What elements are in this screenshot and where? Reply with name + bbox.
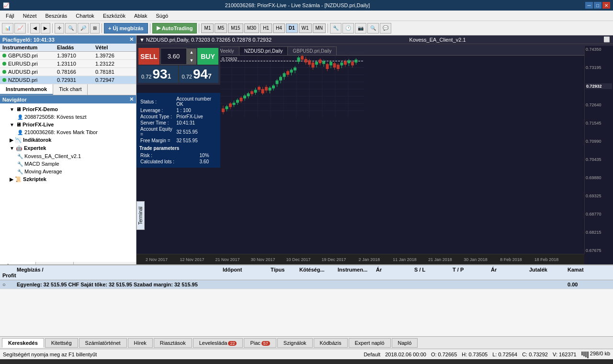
market-watch-close-icon[interactable]: ✕ <box>129 36 134 43</box>
mw-row-audusd[interactable]: AUDUSD.pri 0.78166 0.78181 <box>0 68 136 76</box>
tab-exposure[interactable]: Kitettség <box>45 338 78 348</box>
tab-market[interactable]: Piac57 <box>244 338 276 348</box>
mw-row-gbpusd[interactable]: GBPUSD.pri 1.39710 1.39726 <box>0 52 136 60</box>
new-order-button[interactable]: + Új megbízás <box>104 23 148 34</box>
tab-alerts[interactable]: Riasztások <box>154 338 192 348</box>
tf-m1[interactable]: M1 <box>201 23 214 33</box>
menu-view[interactable]: Nézet <box>19 12 41 20</box>
svg-rect-51 <box>276 80 279 84</box>
menu-charts[interactable]: Chartok <box>72 12 98 20</box>
lot-input[interactable]: 3.60 <box>160 48 187 65</box>
nav-priorfx-demo[interactable]: ▼🖥 PriorFX-Demo <box>2 105 134 113</box>
nav-account-demo-item[interactable]: 👤2088725058: Kövess teszt <box>2 113 134 121</box>
svg-rect-77 <box>322 61 325 64</box>
navigator-close-icon[interactable]: ✕ <box>129 96 134 102</box>
tab-trading[interactable]: Kereskedés <box>2 338 44 348</box>
window-controls: ─ □ ✕ <box>585 2 610 9</box>
status-datetime: 2018.02.06 00:00 <box>385 352 426 357</box>
menu-window[interactable]: Ablak <box>130 12 151 20</box>
sell-eurusd: 1.23110 <box>57 61 95 67</box>
lot-down-arrow[interactable]: ▼ <box>187 57 196 65</box>
symbol-name-nzdusd: NZDUSD.pri <box>8 77 37 83</box>
info-leverage-value: 1 : 100 <box>175 107 217 114</box>
mw-row-eurusd[interactable]: EURUSD.pri 1.23110 1.23122 <box>0 60 136 68</box>
minimize-button[interactable]: ─ <box>585 2 593 9</box>
tf-mn[interactable]: MN <box>313 23 326 33</box>
chart-expand-icon[interactable]: ⬜ <box>603 36 610 43</box>
tab-news[interactable]: Hírek <box>128 338 153 348</box>
menu-bar: Fájl Nézet Beszúrás Chartok Eszközök Abl… <box>0 11 613 21</box>
menu-help[interactable]: Súgó <box>152 12 172 20</box>
status-bar: Segítségért nyomja meg az F1 billentyűt … <box>0 349 613 359</box>
tf-m5[interactable]: M5 <box>215 23 227 33</box>
buy-eurusd: 1.23122 <box>95 61 134 67</box>
back-button[interactable]: ◀ <box>30 23 40 34</box>
trade-summary-profit: 0.00 <box>568 282 611 287</box>
menu-file[interactable]: Fájl <box>2 12 18 20</box>
status-high: H: 0.73505 <box>462 352 488 357</box>
nav-expert-ma[interactable]: 🔧Moving Average <box>2 168 134 175</box>
menu-insert[interactable]: Beszúrás <box>41 12 71 20</box>
tf-m15[interactable]: M15 <box>228 23 243 33</box>
price-9: 0.68770 <box>586 212 612 216</box>
nav-expert-macd[interactable]: 🔧MACD Sample <box>2 160 134 168</box>
price-current: 0.72932 <box>586 83 612 89</box>
menu-tools[interactable]: Eszközök <box>99 12 129 20</box>
screenshot-button[interactable]: 📷 <box>355 23 366 34</box>
search-button[interactable]: 🔍 <box>367 23 379 34</box>
tab-journal[interactable]: Napló <box>392 338 418 348</box>
nav-account-live-item[interactable]: 👤2100036268: Koves Mark Tibor <box>2 128 134 136</box>
nav-scripts[interactable]: ▶📜 Szkriptek <box>2 175 134 183</box>
tab-expert-log[interactable]: Expert napló <box>349 338 391 348</box>
indicator-button[interactable]: 🔧 <box>330 23 341 34</box>
maximize-button[interactable]: □ <box>594 2 602 9</box>
time-7: 11 Jan 2018 <box>387 257 422 262</box>
forward-button[interactable]: ▶ <box>41 23 50 34</box>
close-button[interactable]: ✕ <box>602 2 610 9</box>
trade-params-title: Trade parameters <box>139 146 217 152</box>
terminal-side-tab[interactable]: Terminál <box>136 201 145 230</box>
tab-mailbox[interactable]: Levelesláda22 <box>193 338 243 348</box>
mw-row-nzdusd[interactable]: NZDUSD.pri 0.72931 0.72947 <box>0 76 136 84</box>
th-size: Kötéség... <box>299 267 338 273</box>
trade-summary-row: ○ Egyenleg: 32 515.95 CHF Saját tőke: 32… <box>0 280 613 289</box>
nav-experts[interactable]: ▼🤖 Expertek <box>2 144 134 152</box>
chart-config-button[interactable]: 📈 <box>14 23 26 34</box>
mailbox-label: Levelesláda <box>199 340 227 346</box>
tf-m30[interactable]: M30 <box>244 23 259 33</box>
buy-button[interactable]: BUY <box>197 48 218 65</box>
sell-button[interactable]: SELL <box>138 48 159 65</box>
tf-d1[interactable]: D1 <box>286 23 298 33</box>
crosshair-button[interactable]: ✛ <box>55 23 64 34</box>
tab-history[interactable]: Számlatörténet <box>79 338 127 348</box>
zoom-in-button[interactable]: 🔍 <box>65 23 77 34</box>
nav-account-demo-label: PriorFX-Demo <box>23 106 58 112</box>
symbol-name-audusd: AUDUSD.pri <box>8 69 38 75</box>
tf-w1[interactable]: W1 <box>299 23 312 33</box>
autotrading-button[interactable]: ▶ AutoTrading <box>152 23 197 34</box>
svg-rect-41 <box>258 87 261 90</box>
clock-button[interactable]: 🕐 <box>342 23 354 34</box>
nav-priorfx-live[interactable]: ▼🖥 PriorFX-Live <box>2 121 134 128</box>
tf-h4[interactable]: H4 <box>273 23 285 33</box>
tab-codebase[interactable]: Kódbázis <box>314 338 348 348</box>
new-chart-button[interactable]: 📊 <box>2 23 13 34</box>
lot-up-arrow[interactable]: ▲ <box>187 48 196 57</box>
tab-instruments[interactable]: Instrumentumok <box>0 84 53 95</box>
navigator-content: ▼🖥 PriorFX-Demo 👤2088725058: Kövess tesz… <box>0 103 136 262</box>
zoom-out-button[interactable]: 🔎 <box>78 23 89 34</box>
tab-signals[interactable]: Szignálok <box>277 338 313 348</box>
nav-tab-general[interactable]: Általános <box>0 262 36 264</box>
tab-tickchart[interactable]: Tick chart <box>53 84 88 95</box>
chat-button[interactable]: 💬 <box>380 23 391 34</box>
info-accounttype-label: Account Type : <box>139 114 175 120</box>
period-button[interactable]: ⊞ <box>90 23 100 34</box>
info-leverage-label: Leverage : <box>139 107 175 114</box>
nav-tab-favorites[interactable]: Kedvencek <box>36 262 74 264</box>
nav-expert-kovess[interactable]: 🔧Kovess_EA_Client_v2.1 <box>2 152 134 160</box>
status-low: L: 0.72564 <box>492 352 517 357</box>
nav-indicators[interactable]: ▶📉 Indikátorok <box>2 136 134 144</box>
toolbar-separator-5 <box>199 23 199 33</box>
status-close: C: 0.73292 <box>522 352 548 357</box>
tf-h1[interactable]: H1 <box>260 23 272 33</box>
